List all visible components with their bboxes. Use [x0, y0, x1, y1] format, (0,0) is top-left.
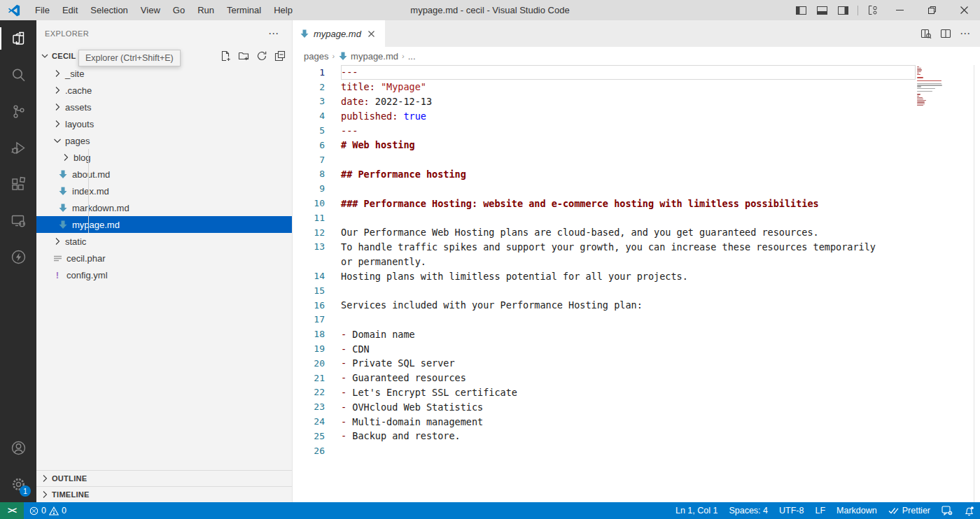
status-encoding[interactable]: UTF-8 — [774, 502, 809, 519]
restore-button[interactable] — [916, 0, 948, 20]
views-more-actions-icon[interactable]: ⋯ — [264, 26, 284, 41]
tree-item-about-md[interactable]: about.md — [36, 166, 292, 183]
code-line-7[interactable]: 7 — [293, 152, 980, 167]
breadcrumb-mypage-md[interactable]: mypage.md — [338, 51, 398, 62]
tree-item-layouts[interactable]: layouts — [36, 115, 292, 132]
code-line-3[interactable]: 3date: 2022-12-13 — [293, 94, 980, 109]
status-prettier[interactable]: Prettier — [883, 502, 936, 519]
status-notifications[interactable] — [958, 502, 980, 519]
menu-run[interactable]: Run — [191, 0, 220, 20]
tree-item-static[interactable]: static — [36, 233, 292, 250]
code-line-6[interactable]: 6# Web hosting — [293, 138, 980, 152]
more-actions-icon[interactable]: ⋯ — [956, 24, 974, 43]
remote-icon: >< — [8, 506, 16, 516]
remote-explorer-icon[interactable] — [0, 202, 36, 239]
code-line-20[interactable]: 20- Private SQL server — [293, 356, 980, 371]
status-indentation[interactable]: Spaces: 4 — [723, 502, 774, 519]
code-line-18[interactable]: 18- Domain name — [293, 327, 980, 341]
tree-item-config-yml[interactable]: !config.yml — [36, 266, 292, 283]
code-line-11[interactable]: 11 — [293, 211, 980, 225]
code-text: or permanently. — [328, 256, 426, 267]
settings-icon[interactable]: 1 — [0, 466, 36, 502]
menu-help[interactable]: Help — [267, 0, 299, 20]
tree-item-cecil-phar[interactable]: cecil.phar — [36, 250, 292, 266]
code-line-1[interactable]: 1--- — [293, 65, 980, 80]
status-label: LF — [815, 506, 825, 516]
breadcrumb-label: mypage.md — [351, 51, 398, 62]
tree-item-mypage-md[interactable]: mypage.md — [36, 216, 292, 233]
explorer-icon[interactable] — [0, 20, 36, 57]
menu-go[interactable]: Go — [167, 0, 191, 20]
toggle-secondary-sidebar-icon[interactable] — [832, 0, 853, 20]
section-outline[interactable]: OUTLINE — [36, 470, 292, 486]
code-line-23[interactable]: 23- OVHcloud Web Statistics — [293, 399, 980, 414]
tree-item-markdown-md[interactable]: markdown.md — [36, 199, 292, 216]
breadcrumb-separator-icon: › — [402, 52, 405, 60]
line-number: 3 — [293, 96, 328, 106]
titlebar: FileEditSelectionViewGoRunTerminalHelp m… — [0, 0, 980, 20]
remote-indicator[interactable]: >< — [0, 502, 24, 519]
tree-item--cache[interactable]: .cache — [36, 82, 292, 99]
code-line-21[interactable]: 21- Guaranteed resources — [293, 371, 980, 385]
status-feedback[interactable] — [936, 502, 958, 519]
tree-item-blog[interactable]: blog — [36, 149, 292, 166]
status-eol[interactable]: LF — [809, 502, 831, 519]
code-line-12[interactable]: 12Our Performance Web Hosting plans are … — [293, 225, 980, 240]
menu-terminal[interactable]: Terminal — [220, 0, 267, 20]
new-folder-icon[interactable] — [236, 48, 251, 64]
code-line-2[interactable]: 2title: "Mypage" — [293, 80, 980, 94]
extensions-icon[interactable] — [0, 166, 36, 202]
refresh-icon[interactable] — [254, 48, 270, 64]
toggle-panel-icon[interactable] — [811, 0, 832, 20]
customize-layout-icon[interactable] — [862, 0, 883, 20]
collapse-folders-icon[interactable] — [272, 48, 288, 64]
tree-item-assets[interactable]: assets — [36, 99, 292, 115]
status-cursor-position[interactable]: Ln 1, Col 1 — [670, 502, 723, 519]
code-line-25[interactable]: 25- Backup and restore. — [293, 429, 980, 443]
tree-item--site[interactable]: _site — [36, 65, 292, 82]
tree-item-pages[interactable]: pages — [36, 132, 292, 149]
menu-selection[interactable]: Selection — [84, 0, 134, 20]
code-line-8[interactable]: 8## Performance hosting — [293, 167, 980, 182]
code-line-26[interactable]: 26 — [293, 443, 980, 458]
section-timeline[interactable]: TIMELINE — [36, 486, 292, 502]
code-line-24[interactable]: 24- Multi-domain management — [293, 414, 980, 429]
close-window-button[interactable] — [948, 0, 980, 20]
code-line-4[interactable]: 4published: true — [293, 108, 980, 123]
accounts-icon[interactable] — [0, 429, 36, 466]
code-line-wrap[interactable]: or permanently. — [293, 254, 980, 269]
tab-mypage-md[interactable]: mypage.md — [293, 20, 385, 47]
minimap[interactable] — [917, 66, 944, 108]
source-control-icon[interactable] — [0, 93, 36, 129]
breadcrumb-pages[interactable]: pages — [304, 51, 328, 62]
menu-edit[interactable]: Edit — [56, 0, 84, 20]
search-icon[interactable] — [0, 57, 36, 93]
open-preview-icon[interactable] — [917, 24, 935, 43]
status-language-mode[interactable]: Markdown — [831, 502, 883, 519]
menubar: FileEditSelectionViewGoRunTerminalHelp — [29, 0, 299, 20]
code-line-13[interactable]: 13To handle traffic spikes and support y… — [293, 240, 980, 255]
run-debug-icon[interactable] — [0, 129, 36, 166]
menu-view[interactable]: View — [134, 0, 167, 20]
code-editor[interactable]: 1---2title: "Mypage"3date: 2022-12-134pu… — [293, 65, 980, 502]
breadcrumb-symbols[interactable]: ... — [408, 51, 416, 62]
tree-item-index-md[interactable]: index.md — [36, 183, 292, 199]
check-double-icon — [888, 506, 899, 515]
lightning-icon[interactable] — [0, 239, 36, 275]
code-line-9[interactable]: 9 — [293, 181, 980, 196]
tab-close-icon[interactable] — [365, 27, 378, 40]
toggle-sidebar-icon[interactable] — [790, 0, 811, 20]
code-line-15[interactable]: 15 — [293, 283, 980, 298]
minimize-button[interactable] — [883, 0, 916, 20]
split-editor-icon[interactable] — [937, 24, 955, 43]
problems-status[interactable]: 0 0 — [24, 502, 72, 519]
code-line-22[interactable]: 22- Let's Encrypt SSL certificate — [293, 385, 980, 400]
code-line-16[interactable]: 16Services included with your Performanc… — [293, 298, 980, 313]
code-line-14[interactable]: 14Hosting plans with limitless potential… — [293, 269, 980, 283]
new-file-icon[interactable] — [218, 48, 233, 64]
code-line-5[interactable]: 5--- — [293, 123, 980, 138]
menu-file[interactable]: File — [29, 0, 56, 20]
code-line-17[interactable]: 17 — [293, 313, 980, 327]
code-line-10[interactable]: 10### Performance Hosting: website and e… — [293, 196, 980, 211]
code-line-19[interactable]: 19- CDN — [293, 341, 980, 356]
